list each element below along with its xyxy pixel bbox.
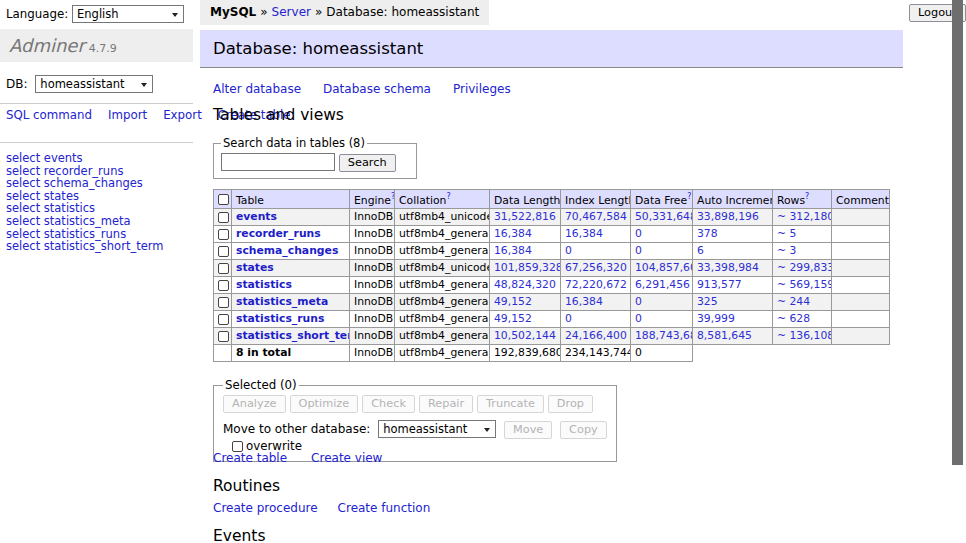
column-hint-link[interactable]: ? [446,192,450,201]
language-select[interactable]: English [72,5,184,23]
total-label: 8 in total [232,344,350,361]
total-collation: utf8mb4_general_ci [395,344,490,361]
table-name-link[interactable]: statistics_meta [236,295,328,308]
sidebar-select-table-link[interactable]: select statistics_short_term [6,240,163,253]
table-operation-button: Truncate [477,395,544,413]
column-header: Comment? [832,190,890,209]
data-length-cell: 48,824,320 [490,276,561,293]
column-header: Table [232,190,350,209]
row-checkbox[interactable] [218,297,229,308]
index-length-cell: 67,256,320 [561,259,631,276]
data-length-cell: 49,152 [490,293,561,310]
page-title: Database: homeassistant [200,30,903,68]
breadcrumb-separator: » [256,5,271,19]
selected-fieldset: Selected (0) AnalyzeOptimizeCheckRepairT… [213,378,617,462]
selected-buttons: AnalyzeOptimizeCheckRepairTruncateDrop [223,395,607,413]
sidebar-action-link[interactable]: Export [163,108,202,122]
sidebar-select-table-link[interactable]: select schema_changes [6,177,163,190]
tables-list: TableEngine?Collation?Data Length?Index … [213,189,890,362]
table-name-link[interactable]: statistics [236,278,292,291]
table-name-link[interactable]: statistics_runs [236,312,324,325]
collation-cell: utf8mb4_general_ci [395,327,490,344]
table-name-link[interactable]: statistics_short_term [236,329,350,342]
breadcrumb-server-link[interactable]: Server [272,5,311,19]
row-checkbox[interactable] [218,246,229,257]
comment-cell [832,259,890,276]
column-hint-link[interactable]: ? [687,192,691,201]
column-hint-link[interactable]: ? [391,192,394,201]
db-selector-row: DB: homeassistant [6,75,153,93]
total-data-length: 192,839,680 [490,344,561,361]
auto-increment-cell: 325 [693,293,773,310]
database-action-link[interactable]: Privileges [453,82,511,96]
app-name: Adminer [9,35,85,56]
column-hint-link[interactable]: ? [805,192,809,201]
engine-cell: InnoDB [350,242,395,259]
table-name-link[interactable]: recorder_runs [236,227,321,240]
table-name-link[interactable]: events [236,210,277,223]
sidebar-actions: SQL commandImportExportCreate table [6,109,192,123]
rows-count-cell: ~ 312,180 [773,208,832,225]
rows-count-cell: ~ 569,159 [773,276,832,293]
database-action-links: Alter databaseDatabase schemaPrivileges [213,82,533,96]
engine-cell: InnoDB [350,327,395,344]
index-length-cell: 72,220,672 [561,276,631,293]
overwrite-checkbox[interactable] [232,441,243,452]
comment-cell [832,327,890,344]
collation-cell: utf8mb4_general_ci [395,293,490,310]
rows-count-cell: ~ 5 [773,225,832,242]
row-checkbox[interactable] [218,212,229,223]
table-row: events InnoDB utf8mb4_unicode_ci 31,522,… [214,208,890,225]
move-database-select[interactable]: homeassistant [378,420,496,438]
table-operation-button: Repair [419,395,473,413]
vertical-scrollbar[interactable] [952,0,963,465]
index-length-cell: 0 [561,242,631,259]
copy-button: Copy [560,421,607,439]
sidebar-action-link[interactable]: Import [108,108,147,122]
comment-cell [832,310,890,327]
app-version: 4.7.9 [89,42,117,55]
create-link[interactable]: Create view [311,451,382,465]
create-link[interactable]: Create table [213,451,287,465]
rows-count-cell: ~ 628 [773,310,832,327]
collation-cell: utf8mb4_general_ci [395,225,490,242]
db-select[interactable]: homeassistant [35,75,153,93]
sidebar-select-table-link[interactable]: select statistics_meta [6,215,163,228]
sidebar-action-link[interactable]: SQL command [6,108,92,122]
table-row: statistics InnoDB utf8mb4_general_ci 48,… [214,276,890,293]
table-operation-button: Check [362,395,415,413]
routine-create-link[interactable]: Create function [338,501,431,515]
data-length-cell: 101,859,328 [490,259,561,276]
engine-cell: InnoDB [350,208,395,225]
sidebar-table-links: select eventsselect recorder_runsselect … [6,152,163,253]
row-checkbox[interactable] [218,263,229,274]
data-free-cell: 0 [631,293,693,310]
search-button[interactable]: Search [339,154,396,172]
search-input[interactable] [221,153,335,171]
row-checkbox[interactable] [218,229,229,240]
table-row: schema_changes InnoDB utf8mb4_general_ci… [214,242,890,259]
auto-increment-cell: 8,581,645 [693,327,773,344]
table-name-link[interactable]: states [236,261,274,274]
move-label: Move to other database: [223,422,370,436]
breadcrumb-mysql-link[interactable]: MySQL [210,5,256,19]
database-action-link[interactable]: Database schema [323,82,431,96]
column-hint-link[interactable]: ? [889,192,890,201]
select-all-checkbox[interactable] [218,194,229,205]
engine-cell: InnoDB [350,310,395,327]
row-checkbox[interactable] [218,314,229,325]
routine-create-link[interactable]: Create procedure [213,501,318,515]
total-index-length: 234,143,744 [561,344,631,361]
row-checkbox[interactable] [218,331,229,342]
table-name-link[interactable]: schema_changes [236,244,338,257]
selected-legend: Selected (0) [223,378,299,392]
database-action-link[interactable]: Alter database [213,82,301,96]
sidebar-select-table-link[interactable]: select events [6,152,163,165]
collation-cell: utf8mb4_unicode_ci [395,208,490,225]
table-header-row: TableEngine?Collation?Data Length?Index … [214,190,890,209]
row-checkbox[interactable] [218,280,229,291]
collation-cell: utf8mb4_unicode_ci [395,259,490,276]
rows-count-cell: ~ 3 [773,242,832,259]
total-engine: InnoDB [350,344,395,361]
routine-links: Create procedureCreate function [213,501,450,515]
